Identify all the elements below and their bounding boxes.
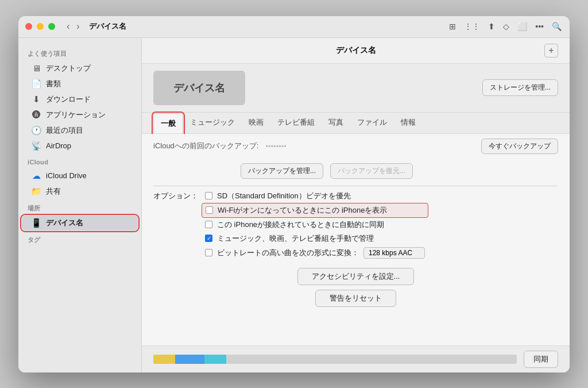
device-name-label: デバイス名 — [173, 81, 225, 95]
recent-icon: 🕐 — [31, 125, 41, 136]
sync-button[interactable]: 同期 — [524, 351, 558, 368]
share-icon[interactable]: ⬆ — [487, 21, 496, 32]
locations-label: 場所 — [18, 199, 141, 215]
auto-sync-label: この iPhoneが接続されているときに自動的に同期 — [217, 220, 384, 230]
sidebar-item-label: 最近の項目 — [46, 125, 83, 136]
sidebar-item-label: 書類 — [46, 79, 61, 89]
sidebar-item-label: アプリケーション — [46, 110, 106, 120]
sidebar-item-device[interactable]: 📱 デバイス名 — [22, 216, 138, 231]
documents-icon: 📄 — [31, 79, 41, 89]
back-button[interactable]: ‹ — [64, 20, 72, 33]
accessibility-button[interactable]: アクセシビリティを設定... — [297, 268, 415, 285]
checkbox-list: SD（Standard Definition）ビデオを優先 Wi-Fiがオンにな… — [205, 191, 425, 259]
finder-window: ‹ › デバイス名 ⊞ ⋮⋮ ⬆ ◇ ⬜ ••• 🔍 よく使う項目 🖥 デスクト… — [18, 16, 570, 372]
tags-label: タグ — [18, 231, 141, 247]
sidebar: よく使う項目 🖥 デスクトップ 📄 書類 ⬇ ダウンロード 🅐 アプリケーション… — [18, 38, 142, 372]
options-row: オプション： SD（Standard Definition）ビデオを優先 Wi-… — [153, 189, 558, 261]
sidebar-item-icloud-drive[interactable]: ☁ iCloud Drive — [22, 168, 138, 183]
tab-movies[interactable]: 映画 — [242, 113, 270, 133]
search-icon[interactable]: 🔍 — [551, 21, 563, 32]
toolbar-actions: ⊞ ⋮⋮ ⬆ ◇ ⬜ ••• 🔍 — [448, 21, 563, 32]
navigation-buttons: ‹ › — [64, 20, 82, 33]
tab-files[interactable]: ファイル — [350, 113, 394, 133]
shared-icon: 📁 — [31, 186, 41, 197]
convert-bitrate-checkbox[interactable] — [205, 249, 212, 256]
device-header: デバイス名 + — [142, 38, 570, 64]
sidebar-item-downloads[interactable]: ⬇ ダウンロード — [22, 92, 138, 107]
add-button[interactable]: + — [544, 44, 558, 57]
ellipsis-icon[interactable]: ••• — [534, 21, 545, 32]
storage-bar — [153, 355, 517, 364]
icloud-drive-icon: ☁ — [31, 171, 41, 181]
sidebar-item-airdrop[interactable]: 📡 AirDrop — [22, 139, 138, 153]
forward-button[interactable]: › — [74, 20, 82, 33]
downloads-icon: ⬇ — [31, 94, 41, 105]
manage-backup-button[interactable]: バックアップを管理... — [241, 163, 323, 179]
restore-backup-button[interactable]: バックアップを復元... — [330, 163, 413, 179]
backup-now-button[interactable]: 今すぐバックアップ — [481, 139, 558, 154]
storage-seg-blue — [175, 355, 204, 364]
tabs-bar: 一般 ミュージック 映画 テレビ番組 写真 ファイル 情報 — [142, 113, 570, 134]
sd-video-checkbox[interactable] — [205, 192, 212, 199]
storage-seg-cyan — [204, 355, 226, 364]
airdrop-icon: 📡 — [31, 141, 41, 151]
auto-sync-item: この iPhoneが接続されているときに自動的に同期 — [205, 220, 425, 230]
manage-storage-button[interactable]: ストレージを管理... — [482, 79, 558, 96]
bitrate-select[interactable]: 128 kbps AAC 256 kbps AAC — [363, 247, 425, 259]
favorites-label: よく使う項目 — [18, 45, 141, 60]
auto-sync-checkbox[interactable] — [205, 221, 212, 228]
tab-photos[interactable]: 写真 — [322, 113, 350, 133]
device-image: デバイス名 — [153, 71, 245, 105]
maximize-button[interactable] — [48, 23, 55, 30]
convert-bitrate-label: ビットレートの高い曲を次の形式に変換： — [217, 248, 359, 258]
main-content: よく使う項目 🖥 デスクトップ 📄 書類 ⬇ ダウンロード 🅐 アプリケーション… — [18, 38, 570, 372]
grid4-icon[interactable]: ⊞ — [448, 21, 457, 32]
titlebar: ‹ › デバイス名 ⊞ ⋮⋮ ⬆ ◇ ⬜ ••• 🔍 — [18, 16, 570, 38]
right-panel: デバイス名 + デバイス名 ストレージを管理... 一般 ミュージック 映画 テ… — [142, 38, 570, 372]
device-title: デバイス名 — [167, 45, 544, 56]
icloud-backup-value: •••••••• — [265, 142, 474, 151]
icloud-label: iCloud — [18, 154, 141, 168]
wifi-show-label: Wi-Fiがオンになっているときにこの iPhoneを表示 — [218, 205, 387, 216]
grid9-icon[interactable]: ⋮⋮ — [463, 21, 481, 32]
tab-info[interactable]: 情報 — [394, 113, 423, 133]
box-icon[interactable]: ⬜ — [516, 21, 528, 32]
storage-seg-yellow — [153, 355, 175, 364]
close-button[interactable] — [25, 23, 32, 30]
device-info-bar: デバイス名 ストレージを管理... — [142, 64, 570, 113]
desktop-icon: 🖥 — [31, 63, 41, 73]
wifi-show-item: Wi-Fiがオンになっているときにこの iPhoneを表示 — [202, 203, 428, 218]
manual-music-label: ミュージック、映画、テレビ番組を手動で管理 — [217, 233, 374, 244]
reset-button[interactable]: 警告をリセット — [315, 290, 396, 307]
minimize-button[interactable] — [37, 23, 44, 30]
sidebar-item-applications[interactable]: 🅐 アプリケーション — [22, 107, 138, 122]
manual-music-checkbox[interactable]: ✓ — [205, 235, 212, 242]
wifi-show-checkbox[interactable] — [206, 206, 213, 214]
sidebar-item-label: AirDrop — [46, 141, 71, 150]
sidebar-item-label: iCloud Drive — [46, 171, 87, 180]
manage-backup-row: バックアップを管理... バックアップを復元... — [241, 159, 558, 183]
sidebar-item-documents[interactable]: 📄 書類 — [22, 76, 138, 91]
sd-video-item: SD（Standard Definition）ビデオを優先 — [205, 191, 425, 201]
tab-general[interactable]: 一般 — [153, 113, 183, 133]
sidebar-item-recent[interactable]: 🕐 最近の項目 — [22, 123, 138, 138]
options-label: オプション： — [153, 191, 205, 201]
backup-row: iCloudへの前回のバックアップ: •••••••• 今すぐバックアップ — [153, 134, 558, 159]
icloud-backup-label: iCloudへの前回のバックアップ: — [153, 141, 258, 151]
applications-icon: 🅐 — [31, 110, 41, 120]
tab-music[interactable]: ミュージック — [183, 113, 242, 133]
sd-video-label: SD（Standard Definition）ビデオを優先 — [217, 191, 351, 201]
sidebar-item-label: デスクトップ — [46, 63, 91, 74]
content-area: iCloudへの前回のバックアップ: •••••••• 今すぐバックアップ バッ… — [142, 134, 570, 345]
sidebar-item-desktop[interactable]: 🖥 デスクトップ — [22, 61, 138, 76]
tab-tv[interactable]: テレビ番組 — [270, 113, 322, 133]
window-title: デバイス名 — [89, 21, 126, 32]
sidebar-item-label: 共有 — [46, 186, 61, 197]
action-buttons: アクセシビリティを設定... 警告をリセット — [153, 268, 558, 307]
convert-bitrate-item: ビットレートの高い曲を次の形式に変換： 128 kbps AAC 256 kbp… — [205, 247, 425, 259]
sidebar-item-label: デバイス名 — [46, 218, 83, 228]
sidebar-item-shared[interactable]: 📁 共有 — [22, 184, 138, 199]
tag-icon[interactable]: ◇ — [502, 21, 510, 32]
sidebar-item-label: ダウンロード — [46, 94, 91, 105]
bottom-bar: 同期 — [142, 345, 570, 372]
